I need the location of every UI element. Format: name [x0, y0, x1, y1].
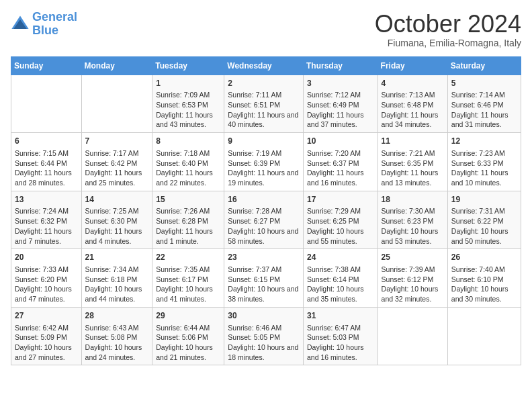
cell-content-line: Sunrise: 7:15 AM	[15, 148, 78, 158]
cell-content-line: Sunset: 6:39 PM	[228, 158, 300, 169]
cell-content-line: Daylight: 11 hours and 1 minute.	[156, 226, 220, 246]
cell-content-line: Sunset: 6:40 PM	[156, 158, 220, 169]
cell-content-line: Sunrise: 6:46 AM	[228, 323, 300, 333]
weekday-header-friday: Friday	[378, 56, 447, 75]
cell-content-line: Sunrise: 7:35 AM	[156, 265, 220, 275]
calendar-cell: 6Sunrise: 7:15 AMSunset: 6:44 PMDaylight…	[11, 133, 82, 191]
cell-content-line: Sunset: 6:46 PM	[451, 100, 517, 110]
page-header: General Blue October 2024 Fiumana, Emili…	[11, 11, 521, 48]
day-number: 16	[228, 194, 300, 205]
day-number: 26	[451, 252, 517, 263]
cell-content-line: Sunset: 5:08 PM	[85, 332, 149, 342]
weekday-header-sunday: Sunday	[11, 56, 82, 75]
calendar-cell: 29Sunrise: 6:44 AMSunset: 5:06 PMDayligh…	[152, 307, 224, 365]
cell-content-line: Sunrise: 7:20 AM	[307, 148, 374, 158]
cell-content-line: Sunset: 6:12 PM	[382, 275, 444, 285]
cell-content-line: Sunrise: 7:21 AM	[382, 148, 444, 158]
cell-content-line: Daylight: 10 hours and 53 minutes.	[382, 226, 444, 246]
cell-content-line: Sunset: 5:06 PM	[156, 332, 220, 342]
day-number: 11	[382, 136, 444, 147]
cell-content-line: Daylight: 10 hours and 55 minutes.	[307, 226, 374, 246]
calendar-cell: 5Sunrise: 7:14 AMSunset: 6:46 PMDaylight…	[447, 75, 521, 133]
calendar-cell: 7Sunrise: 7:17 AMSunset: 6:42 PMDaylight…	[81, 133, 152, 191]
cell-content-line: Daylight: 11 hours and 25 minutes.	[85, 168, 149, 187]
day-number: 15	[156, 194, 220, 205]
cell-content-line: Sunset: 6:17 PM	[156, 275, 220, 285]
calendar-cell: 14Sunrise: 7:25 AMSunset: 6:30 PMDayligh…	[81, 191, 152, 249]
cell-content-line: Daylight: 10 hours and 21 minutes.	[156, 342, 220, 362]
day-number: 28	[85, 310, 149, 322]
calendar-cell: 27Sunrise: 6:42 AMSunset: 5:09 PMDayligh…	[11, 307, 82, 365]
cell-content-line: Daylight: 11 hours and 31 minutes.	[451, 110, 517, 130]
calendar-cell: 23Sunrise: 7:37 AMSunset: 6:15 PMDayligh…	[224, 249, 304, 308]
cell-content-line: Sunrise: 7:40 AM	[451, 265, 517, 275]
calendar-cell: 16Sunrise: 7:28 AMSunset: 6:27 PMDayligh…	[224, 191, 304, 249]
cell-content-line: Daylight: 10 hours and 35 minutes.	[307, 284, 374, 304]
calendar-cell: 3Sunrise: 7:12 AMSunset: 6:49 PMDaylight…	[303, 75, 378, 133]
day-number: 5	[451, 78, 517, 89]
calendar-table: SundayMondayTuesdayWednesdayThursdayFrid…	[11, 56, 521, 366]
day-number: 27	[15, 310, 78, 322]
cell-content-line: Daylight: 11 hours and 43 minutes.	[156, 110, 220, 130]
cell-content-line: Daylight: 10 hours and 38 minutes.	[228, 284, 300, 304]
day-number: 18	[382, 194, 444, 205]
cell-content-line: Sunrise: 7:29 AM	[307, 206, 374, 216]
day-number: 31	[307, 310, 374, 322]
cell-content-line: Sunrise: 6:44 AM	[156, 323, 220, 333]
cell-content-line: Sunrise: 6:43 AM	[85, 323, 149, 333]
day-number: 2	[228, 78, 300, 89]
cell-content-line: Daylight: 10 hours and 50 minutes.	[451, 226, 517, 246]
calendar-week-row: 20Sunrise: 7:33 AMSunset: 6:20 PMDayligh…	[11, 249, 521, 308]
cell-content-line: Daylight: 11 hours and 7 minutes.	[15, 226, 78, 246]
cell-content-line: Sunset: 6:32 PM	[15, 216, 78, 226]
cell-content-line: Sunset: 6:51 PM	[228, 100, 300, 110]
cell-content-line: Sunset: 6:49 PM	[307, 100, 374, 110]
calendar-cell: 10Sunrise: 7:20 AMSunset: 6:37 PMDayligh…	[303, 133, 378, 191]
cell-content-line: Daylight: 10 hours and 18 minutes.	[228, 342, 300, 362]
calendar-cell: 8Sunrise: 7:18 AMSunset: 6:40 PMDaylight…	[152, 133, 224, 191]
day-number: 8	[156, 136, 220, 147]
cell-content-line: Sunset: 6:15 PM	[228, 275, 300, 285]
calendar-cell	[378, 307, 447, 365]
calendar-cell: 11Sunrise: 7:21 AMSunset: 6:35 PMDayligh…	[378, 133, 447, 191]
cell-content-line: Sunrise: 7:23 AM	[451, 148, 517, 158]
cell-content-line: Sunrise: 7:37 AM	[228, 265, 300, 275]
calendar-cell: 12Sunrise: 7:23 AMSunset: 6:33 PMDayligh…	[447, 133, 521, 191]
calendar-cell: 13Sunrise: 7:24 AMSunset: 6:32 PMDayligh…	[11, 191, 82, 249]
cell-content-line: Sunset: 6:25 PM	[307, 216, 374, 226]
weekday-header-row: SundayMondayTuesdayWednesdayThursdayFrid…	[11, 56, 521, 75]
calendar-week-row: 1Sunrise: 7:09 AMSunset: 6:53 PMDaylight…	[11, 75, 521, 133]
calendar-cell: 20Sunrise: 7:33 AMSunset: 6:20 PMDayligh…	[11, 249, 82, 308]
cell-content-line: Sunrise: 7:11 AM	[228, 90, 300, 100]
cell-content-line: Sunrise: 7:31 AM	[451, 206, 517, 216]
calendar-cell: 18Sunrise: 7:30 AMSunset: 6:23 PMDayligh…	[378, 191, 447, 249]
cell-content-line: Sunrise: 7:30 AM	[382, 206, 444, 216]
cell-content-line: Sunrise: 6:47 AM	[307, 323, 374, 333]
day-number: 6	[15, 136, 78, 147]
day-number: 19	[451, 194, 517, 205]
day-number: 1	[156, 78, 220, 89]
calendar-cell: 28Sunrise: 6:43 AMSunset: 5:08 PMDayligh…	[81, 307, 152, 365]
cell-content-line: Daylight: 11 hours and 34 minutes.	[382, 110, 444, 130]
cell-content-line: Daylight: 10 hours and 58 minutes.	[228, 226, 300, 246]
cell-content-line: Sunrise: 7:28 AM	[228, 206, 300, 216]
day-number: 7	[85, 136, 149, 147]
cell-content-line: Sunset: 6:48 PM	[382, 100, 444, 110]
day-number: 24	[307, 252, 374, 263]
calendar-cell: 1Sunrise: 7:09 AMSunset: 6:53 PMDaylight…	[152, 75, 224, 133]
cell-content-line: Sunrise: 7:26 AM	[156, 206, 220, 216]
calendar-week-row: 6Sunrise: 7:15 AMSunset: 6:44 PMDaylight…	[11, 133, 521, 191]
cell-content-line: Daylight: 10 hours and 24 minutes.	[85, 342, 149, 362]
cell-content-line: Sunset: 6:27 PM	[228, 216, 300, 226]
cell-content-line: Daylight: 10 hours and 47 minutes.	[15, 284, 78, 304]
day-number: 23	[228, 252, 300, 263]
cell-content-line: Daylight: 10 hours and 30 minutes.	[451, 284, 517, 304]
calendar-cell: 21Sunrise: 7:34 AMSunset: 6:18 PMDayligh…	[81, 249, 152, 308]
logo-text: General Blue	[32, 11, 77, 38]
calendar-cell: 31Sunrise: 6:47 AMSunset: 5:03 PMDayligh…	[303, 307, 378, 365]
cell-content-line: Sunset: 6:33 PM	[451, 158, 517, 169]
cell-content-line: Sunrise: 7:25 AM	[85, 206, 149, 216]
calendar-cell: 9Sunrise: 7:19 AMSunset: 6:39 PMDaylight…	[224, 133, 304, 191]
cell-content-line: Sunrise: 7:33 AM	[15, 265, 78, 275]
cell-content-line: Daylight: 11 hours and 40 minutes.	[228, 110, 300, 130]
